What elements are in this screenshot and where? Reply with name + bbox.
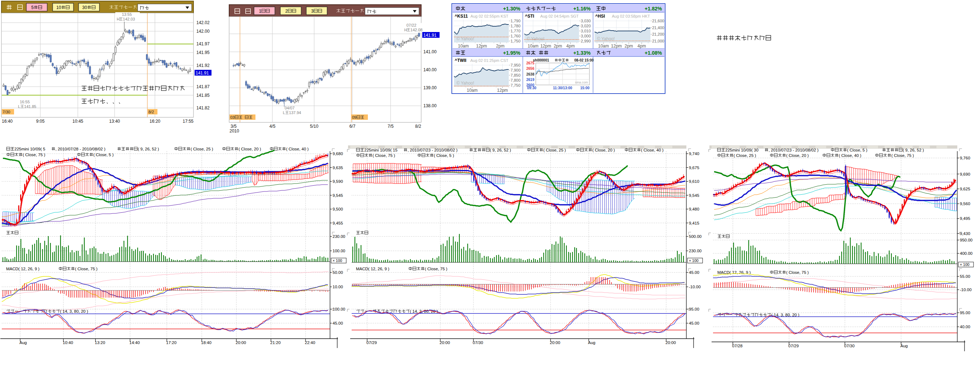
svg-text:× 100: × 100	[960, 263, 970, 267]
svg-text:9,560: 9,560	[960, 201, 970, 206]
svg-text:8/2: 8/2	[148, 110, 154, 114]
svg-text:230.00: 230.00	[689, 249, 702, 253]
svg-text:10am: 10am	[466, 88, 477, 93]
svg-text:9,415: 9,415	[689, 221, 699, 225]
svg-text:10:40: 10:40	[63, 340, 73, 345]
svg-text:13:20: 13:20	[95, 340, 105, 345]
svg-text:100.00: 100.00	[332, 249, 345, 253]
svg-text:( Close, 25 ): ( Close, 25 )	[543, 148, 566, 152]
svg-text:, 2010/07/28 - 2010/08/02 ): , 2010/07/28 - 2010/08/02 )	[56, 147, 105, 151]
svg-text:20:00: 20:00	[550, 340, 560, 345]
svg-text:^KS11: ^KS11	[455, 14, 468, 19]
svg-text:400.00: 400.00	[960, 251, 972, 256]
svg-text:2,990: 2,990	[581, 39, 591, 43]
svg-text:× 100: × 100	[332, 258, 342, 263]
svg-text:2pm: 2pm	[554, 44, 562, 49]
svg-text:6/7: 6/7	[350, 124, 356, 129]
svg-text:9,590: 9,590	[332, 179, 343, 184]
svg-text:MACD( 12, 26, 9 ): MACD( 12, 26, 9 )	[6, 267, 40, 271]
svg-text:© Yahoo!: © Yahoo!	[457, 36, 474, 41]
svg-text:45.00: 45.00	[689, 321, 699, 325]
svg-text:+1.95%: +1.95%	[503, 50, 520, 56]
svg-text:7,950: 7,950	[511, 63, 520, 67]
svg-text:-10.00: -10.00	[689, 285, 701, 289]
svg-text:2675: 2675	[527, 61, 535, 65]
svg-text:1: 1	[259, 9, 262, 14]
svg-text:140.00: 140.00	[423, 67, 437, 72]
svg-text:5: 5	[31, 5, 34, 10]
svg-text:18:40: 18:40	[201, 340, 212, 345]
svg-text:07/29: 07/29	[788, 344, 799, 348]
svg-text:141.91: 141.91	[423, 33, 437, 38]
svg-text:08-02 15:00: 08-02 15:00	[574, 58, 594, 62]
svg-text:( Close, 20 ): ( Close, 20 )	[239, 147, 261, 151]
svg-text:9,680: 9,680	[332, 152, 343, 156]
svg-text:07/30: 07/30	[844, 344, 854, 348]
svg-text:+1.33%: +1.33%	[573, 50, 590, 56]
svg-text:( Close, 5 ): ( Close, 5 )	[434, 153, 454, 158]
svg-text:L: L	[283, 111, 285, 115]
svg-text:10: 10	[56, 5, 61, 10]
svg-text:3,010: 3,010	[581, 29, 591, 33]
svg-text:( 9, 26, 52 ): ( 9, 26, 52 )	[903, 148, 924, 152]
svg-text:04/07: 04/07	[285, 106, 295, 110]
svg-text:09:30: 09:30	[527, 86, 536, 90]
svg-text:142.02: 142.02	[196, 20, 210, 25]
svg-text:( Close, 5 ): ( Close, 5 )	[847, 148, 867, 152]
svg-text:( Close, 40 ): ( Close, 40 )	[286, 147, 309, 151]
svg-text:( 14, 3, 80, 20 ): ( 14, 3, 80, 20 )	[772, 313, 800, 317]
svg-text:30: 30	[82, 5, 87, 10]
svg-text:22:40: 22:40	[305, 340, 315, 345]
svg-text:( Close, 75 ): ( Close, 75 )	[786, 270, 809, 275]
svg-text:95.00: 95.00	[960, 310, 970, 315]
svg-text:1,790: 1,790	[511, 19, 520, 23]
svg-text:14:40: 14:40	[129, 340, 140, 345]
svg-text:141.95: 141.95	[196, 50, 210, 55]
svg-text:142.08: 142.08	[410, 28, 423, 32]
svg-text:+1.16%: +1.16%	[573, 6, 590, 11]
svg-text:2pm: 2pm	[625, 44, 633, 49]
svg-text:07/28: 07/28	[732, 344, 743, 348]
svg-text:( 9, 26, 52 ): ( 9, 26, 52 )	[138, 147, 159, 151]
svg-text:, 2010/07/23 - 2010/08/02 ): , 2010/07/23 - 2010/08/02 )	[768, 148, 819, 152]
svg-text:Aug 02 04:54pm SGT: Aug 02 04:54pm SGT	[541, 14, 579, 18]
svg-text:4pm: 4pm	[637, 44, 646, 49]
svg-text:( Close, 40 ): ( Close, 40 )	[641, 148, 663, 152]
svg-text:3/5: 3/5	[231, 124, 237, 129]
svg-text:( Close, 5 ): ( Close, 5 )	[93, 153, 113, 157]
svg-text:141.82: 141.82	[196, 106, 210, 111]
svg-text:9,545: 9,545	[689, 193, 699, 198]
svg-text:55.00: 55.00	[960, 274, 970, 278]
svg-text:( Close, 25 ): ( Close, 25 )	[191, 147, 213, 151]
svg-text:50.00: 50.00	[332, 270, 343, 275]
svg-text:Aug 02 01:25pm CST: Aug 02 01:25pm CST	[470, 58, 508, 63]
svg-text:Aug 02 03:58pm HKT: Aug 02 03:58pm HKT	[612, 14, 650, 18]
svg-text:+1.30%: +1.30%	[503, 6, 520, 11]
svg-text:9,455: 9,455	[332, 221, 343, 225]
svg-text:8/2: 8/2	[415, 124, 421, 129]
svg-text:sh000001: sh000001	[533, 58, 549, 62]
svg-text:7,850: 7,850	[511, 73, 520, 78]
svg-text:( Close, 75 ): ( Close, 75 )	[23, 153, 45, 157]
svg-text:21,000: 21,000	[652, 39, 664, 43]
svg-text:( Close, 40 ): ( Close, 40 )	[839, 153, 861, 158]
svg-text:137.94: 137.94	[289, 111, 301, 115]
svg-text:( 14, 3, 80, 20 ): ( 14, 3, 80, 20 )	[60, 309, 88, 313]
svg-text:10am: 10am	[527, 44, 538, 49]
svg-text:950.00: 950.00	[960, 238, 972, 242]
svg-text:20:00: 20:00	[235, 340, 246, 345]
svg-text:45.00: 45.00	[332, 321, 343, 325]
svg-text:3,030: 3,030	[581, 19, 591, 23]
svg-text:2: 2	[285, 9, 288, 14]
svg-text:138.00: 138.00	[423, 103, 437, 108]
svg-text:7/5: 7/5	[388, 124, 394, 129]
svg-text:16:20: 16:20	[150, 119, 160, 124]
svg-text:142.00: 142.00	[196, 29, 210, 34]
svg-text:142.03: 142.03	[123, 17, 135, 21]
svg-text:07/29: 07/29	[366, 340, 377, 345]
svg-text:3,000: 3,000	[581, 34, 591, 38]
svg-text:21:20: 21:20	[270, 340, 281, 345]
svg-text:12pm: 12pm	[497, 88, 508, 93]
svg-text:20:00: 20:00	[439, 340, 450, 345]
svg-text:13:40: 13:40	[109, 119, 120, 124]
